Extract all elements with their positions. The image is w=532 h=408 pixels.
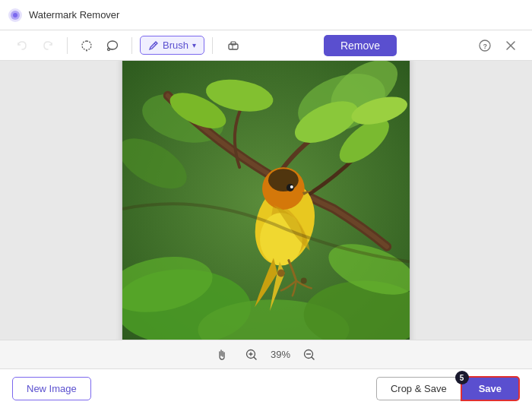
toolbar-divider3 bbox=[212, 37, 213, 54]
svg-point-5 bbox=[108, 48, 110, 50]
svg-point-2 bbox=[13, 13, 17, 17]
redo-button[interactable] bbox=[36, 35, 59, 56]
image-container bbox=[122, 61, 410, 340]
svg-text:?: ? bbox=[483, 43, 487, 50]
undo-button[interactable] bbox=[11, 35, 33, 56]
save-badge: 5 bbox=[455, 371, 469, 384]
title-bar: Watermark Remover bbox=[0, 0, 532, 30]
brush-dropdown-icon: ▾ bbox=[192, 41, 196, 49]
canvas-area bbox=[0, 61, 532, 340]
svg-point-30 bbox=[268, 169, 299, 191]
toolbar-center: Remove bbox=[324, 35, 397, 56]
svg-point-35 bbox=[301, 277, 307, 283]
brush-button[interactable]: Brush ▾ bbox=[140, 36, 204, 55]
scene-svg bbox=[122, 61, 410, 340]
toolbar: Brush ▾ Remove ? bbox=[0, 30, 532, 61]
crop-save-button[interactable]: Crop & Save bbox=[376, 377, 461, 400]
svg-rect-10 bbox=[231, 42, 236, 45]
action-right: Crop & Save 5 Save bbox=[376, 376, 520, 401]
app-title: Watermark Remover bbox=[29, 9, 119, 21]
svg-point-34 bbox=[277, 269, 285, 277]
svg-line-44 bbox=[312, 357, 314, 359]
toolbar-divider bbox=[67, 37, 68, 54]
title-left: Watermark Remover bbox=[8, 8, 119, 23]
svg-line-41 bbox=[254, 357, 256, 359]
toolbar-left: Brush ▾ bbox=[11, 35, 246, 56]
app-logo-icon bbox=[8, 8, 23, 23]
toolbar-divider2 bbox=[131, 37, 132, 54]
save-button[interactable]: 5 Save bbox=[461, 376, 520, 401]
hand-tool-button[interactable] bbox=[213, 345, 233, 365]
lasso-button[interactable] bbox=[75, 35, 98, 56]
help-button[interactable]: ? bbox=[474, 35, 496, 56]
svg-point-32 bbox=[290, 185, 293, 188]
brush-label: Brush bbox=[163, 40, 188, 51]
zoom-in-button[interactable] bbox=[242, 345, 261, 365]
action-bar: New Image Crop & Save 5 Save bbox=[0, 368, 532, 408]
zoom-out-button[interactable] bbox=[299, 345, 319, 365]
new-image-button[interactable]: New Image bbox=[12, 377, 91, 400]
close-button[interactable] bbox=[500, 35, 521, 56]
eraser-button[interactable] bbox=[220, 35, 246, 56]
svg-line-6 bbox=[109, 49, 112, 49]
save-label: Save bbox=[479, 383, 502, 394]
remove-button[interactable]: Remove bbox=[324, 35, 397, 56]
polygon-button[interactable] bbox=[101, 35, 124, 56]
toolbar-right: ? bbox=[474, 35, 521, 56]
zoom-bar: 39% bbox=[0, 340, 532, 368]
zoom-level: 39% bbox=[271, 349, 290, 360]
